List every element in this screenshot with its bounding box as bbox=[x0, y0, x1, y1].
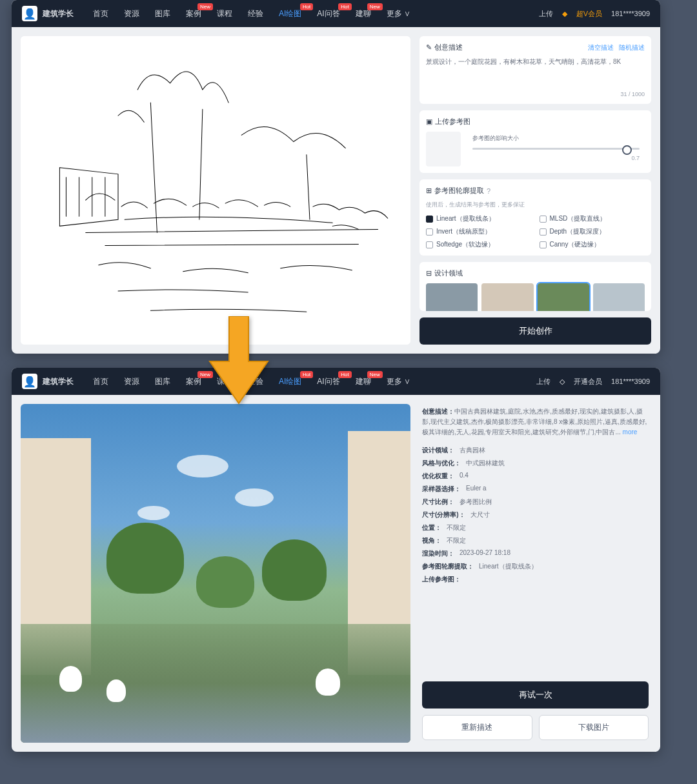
user-phone[interactable]: 181****3909 bbox=[611, 377, 650, 385]
sidebar-bottom: 创意描述：中国古典园林建筑,庭院,水池,杰作,质感最好,现实的,建筑摄影,人,摄… bbox=[419, 404, 651, 743]
checkbox-item[interactable]: MLSD（提取直线） bbox=[540, 214, 645, 223]
more-link[interactable]: more bbox=[623, 428, 638, 436]
body-bottom: 创意描述：中国古典园林建筑,庭院,水池,杰作,质感最好,现实的,建筑摄影,人,摄… bbox=[12, 395, 660, 752]
style-grid: 建筑设计室内设计景观设计城市鸟瞰乡土建筑…古典园林万国风格科幻场景 bbox=[426, 283, 645, 311]
pencil-icon: ✎ bbox=[426, 43, 432, 52]
desc-block: 创意描述：中国古典园林建筑,庭院,水池,杰作,质感最好,现实的,建筑摄影,人,摄… bbox=[422, 407, 649, 437]
influence-slider[interactable] bbox=[472, 148, 640, 150]
style-header: 设计领域 bbox=[434, 268, 463, 278]
prompt-section: ✎ 创意描述 清空描述 随机描述 31 / 1000 bbox=[419, 36, 651, 104]
checkbox-item[interactable]: Lineart（提取线条） bbox=[426, 214, 532, 223]
prompt-header: 创意描述 bbox=[434, 43, 463, 52]
style-item[interactable]: 景观设计 bbox=[538, 283, 589, 311]
clear-prompt[interactable]: 清空描述 bbox=[588, 43, 614, 52]
body-top: ✎ 创意描述 清空描述 随机描述 31 / 1000 ▣ 上传参考图 bbox=[12, 27, 660, 354]
redo-button[interactable]: 重新描述 bbox=[422, 715, 532, 740]
prompt-input[interactable] bbox=[426, 57, 645, 90]
nav-item[interactable]: AI绘图Hot bbox=[279, 8, 301, 19]
arrow-icon bbox=[207, 316, 271, 407]
vip-link[interactable]: 超V会员 bbox=[576, 9, 602, 19]
nav-items: 首页资源图库案例New课程经验AI绘图HotAI问答Hot建聊New更多 ∨ bbox=[93, 376, 536, 387]
info-line: 采样器选择：Euler a bbox=[422, 483, 649, 496]
info-line: 渲染时间：2023-09-27 18:18 bbox=[422, 547, 649, 560]
nav-item[interactable]: AI问答Hot bbox=[317, 8, 339, 19]
nav-right: 上传 ◇ 开通会员 181****3909 bbox=[536, 377, 650, 387]
checkbox-item[interactable]: Softedge（软边缘） bbox=[426, 240, 532, 249]
style-section: ⊟ 设计领域 建筑设计室内设计景观设计城市鸟瞰乡土建筑…古典园林万国风格科幻场景 bbox=[419, 262, 651, 311]
upload-link[interactable]: 上传 bbox=[539, 9, 553, 19]
style-item[interactable]: 建筑设计 bbox=[426, 283, 478, 311]
result-image bbox=[21, 404, 410, 743]
nav-bar: 👤 建筑学长 首页资源图库案例New课程经验AI绘图HotAI问答Hot建聊Ne… bbox=[12, 0, 660, 27]
upload-section: ▣ 上传参考图 参考图的影响大小 0.7 bbox=[419, 110, 651, 173]
info-line: 设计领域：古典园林 bbox=[422, 444, 649, 457]
nav-item[interactable]: AI问答Hot bbox=[317, 376, 339, 387]
checkbox-item[interactable]: Canny（硬边缘） bbox=[540, 240, 645, 249]
info-line: 风格与优化：中式园林建筑 bbox=[422, 457, 649, 470]
nav-item[interactable]: 更多 ∨ bbox=[387, 8, 410, 19]
nav-item[interactable]: AI绘图Hot bbox=[279, 376, 301, 387]
start-button[interactable]: 开始创作 bbox=[419, 317, 651, 345]
info-line: 视角：不限定 bbox=[422, 534, 649, 547]
nav-item[interactable]: 建聊New bbox=[356, 376, 371, 387]
extract-desc: 使用后，生成结果与参考图，更多保证 bbox=[426, 201, 645, 209]
sketch-image bbox=[21, 36, 410, 345]
info-line: 尺寸(分辨率)：大尺寸 bbox=[422, 508, 649, 521]
char-count: 31 / 1000 bbox=[426, 91, 645, 97]
logo-icon[interactable]: 👤 bbox=[22, 6, 37, 21]
checkbox-grid: Lineart（提取线条）MLSD（提取直线）Invert（线稿原型）Depth… bbox=[426, 214, 645, 249]
nav-item[interactable]: 首页 bbox=[93, 376, 108, 387]
grid-icon: ⊟ bbox=[426, 269, 432, 277]
nav-right: 上传 ◆ 超V会员 181****3909 bbox=[539, 9, 650, 19]
nav-item[interactable]: 案例New bbox=[186, 8, 201, 19]
nav-item[interactable]: 建聊New bbox=[356, 8, 371, 19]
checkbox-item[interactable]: Invert（线稿原型） bbox=[426, 227, 532, 236]
input-panel: 👤 建筑学长 首页资源图库案例New课程经验AI绘图HotAI问答Hot建聊Ne… bbox=[12, 0, 660, 354]
slider-value: 0.7 bbox=[472, 155, 640, 161]
result-panel: 👤 建筑学长 首页资源图库案例New课程经验AI绘图HotAI问答Hot建聊Ne… bbox=[12, 368, 660, 752]
info-line: 上传参考图： bbox=[422, 573, 649, 586]
sketch-canvas bbox=[21, 36, 410, 345]
upload-header: 上传参考图 bbox=[435, 117, 470, 126]
nav-item[interactable]: 图库 bbox=[155, 376, 170, 387]
random-prompt[interactable]: 随机描述 bbox=[619, 43, 645, 52]
slider-label: 参考图的影响大小 bbox=[472, 134, 640, 143]
checkbox-item[interactable]: Depth（提取深度） bbox=[540, 227, 645, 236]
nav-bar: 👤 建筑学长 首页资源图库案例New课程经验AI绘图HotAI问答Hot建聊Ne… bbox=[12, 368, 660, 395]
extract-header: 参考图轮廓提取 bbox=[434, 186, 484, 196]
vip-link[interactable]: 开通会员 bbox=[574, 377, 602, 387]
sidebar-top: ✎ 创意描述 清空描述 随机描述 31 / 1000 ▣ 上传参考图 bbox=[419, 36, 651, 345]
extract-section: ⊞ 参考图轮廓提取 ? 使用后，生成结果与参考图，更多保证 Lineart（提取… bbox=[419, 179, 651, 256]
style-item[interactable]: 室内设计 bbox=[481, 283, 533, 311]
nav-item[interactable]: 案例New bbox=[186, 376, 201, 387]
brand[interactable]: 建筑学长 bbox=[43, 8, 74, 19]
style-item[interactable]: 城市鸟瞰 bbox=[593, 283, 645, 311]
nav-item[interactable]: 课程 bbox=[217, 8, 232, 19]
nav-item[interactable]: 图库 bbox=[155, 8, 170, 19]
upload-link[interactable]: 上传 bbox=[536, 377, 551, 387]
diamond-icon: ◆ bbox=[562, 10, 567, 18]
info-line: 优化权重：0.4 bbox=[422, 470, 649, 483]
nav-item[interactable]: 资源 bbox=[124, 8, 139, 19]
download-button[interactable]: 下载图片 bbox=[539, 715, 649, 740]
nav-item[interactable]: 更多 ∨ bbox=[387, 376, 410, 387]
help-icon[interactable]: ? bbox=[487, 187, 490, 195]
info-line: 位置：不限定 bbox=[422, 521, 649, 534]
result-canvas bbox=[21, 404, 410, 743]
image-icon: ▣ bbox=[426, 117, 432, 126]
user-phone[interactable]: 181****3909 bbox=[611, 10, 650, 17]
info-line: 尺寸比例：参考图比例 bbox=[422, 496, 649, 508]
logo-icon[interactable]: 👤 bbox=[22, 374, 37, 389]
nav-item[interactable]: 首页 bbox=[93, 8, 108, 19]
upload-slot[interactable] bbox=[426, 132, 461, 166]
retry-button[interactable]: 再试一次 bbox=[422, 681, 649, 709]
info-line: 参考图轮廓提取：Lineart（提取线条） bbox=[422, 560, 649, 573]
nav-item[interactable]: 资源 bbox=[124, 376, 139, 387]
nav-item[interactable]: 经验 bbox=[248, 8, 263, 19]
diamond-icon: ◇ bbox=[560, 377, 565, 386]
filter-icon: ⊞ bbox=[426, 186, 432, 195]
brand[interactable]: 建筑学长 bbox=[43, 376, 74, 387]
nav-items: 首页资源图库案例New课程经验AI绘图HotAI问答Hot建聊New更多 ∨ bbox=[93, 8, 539, 19]
